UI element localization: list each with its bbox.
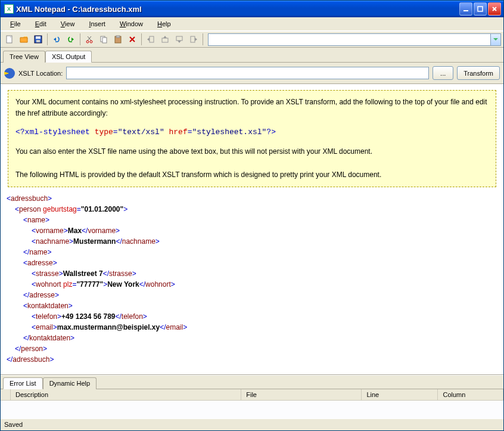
xslt-notice: Your XML document contains no xml-styles…: [8, 90, 496, 187]
notice-code: <?xml-stylesheet type="text/xsl" href="s…: [15, 126, 489, 139]
svg-rect-23: [162, 38, 168, 42]
tab-error-list[interactable]: Error List: [3, 377, 43, 389]
menu-view[interactable]: View: [55, 19, 81, 29]
nudge-down-icon[interactable]: [173, 33, 186, 46]
xslt-location-label: XSLT Location:: [18, 70, 63, 77]
separator: [141, 33, 142, 45]
svg-marker-29: [493, 38, 498, 41]
grid-col-icon[interactable]: [1, 389, 11, 400]
browse-button[interactable]: ...: [433, 66, 453, 80]
nudge-left-icon[interactable]: [144, 33, 157, 46]
svg-marker-26: [178, 41, 181, 43]
toolbar-combo[interactable]: [208, 33, 501, 46]
toolbar: [1, 31, 503, 48]
svg-rect-27: [191, 36, 195, 42]
notice-line-3: The following HTML is provided by the de…: [15, 169, 489, 181]
open-file-icon[interactable]: [17, 33, 30, 46]
svg-rect-25: [176, 36, 182, 41]
xslt-location-bar: XSLT Location: ... Transform: [1, 63, 503, 84]
svg-rect-18: [116, 36, 120, 38]
tab-dynamic-help[interactable]: Dynamic Help: [43, 377, 97, 389]
svg-rect-1: [478, 7, 483, 11]
redo-icon[interactable]: [64, 33, 77, 46]
xml-output: <adressbuch> <person geburtstag="01.01.2…: [4, 193, 500, 365]
svg-marker-9: [54, 38, 56, 41]
separator: [203, 33, 203, 45]
svg-point-14: [90, 41, 92, 43]
svg-rect-16: [102, 38, 107, 43]
separator: [80, 33, 80, 45]
tab-xsl-output[interactable]: XSL Output: [45, 51, 92, 63]
grid-col-column[interactable]: Column: [438, 389, 503, 400]
new-file-icon[interactable]: [3, 33, 16, 46]
close-button[interactable]: [488, 2, 501, 15]
paste-icon[interactable]: [111, 33, 125, 46]
menu-window[interactable]: Window: [114, 19, 149, 29]
copy-icon[interactable]: [97, 33, 110, 46]
grid-col-description[interactable]: Description: [11, 389, 241, 400]
minimize-button[interactable]: [459, 2, 472, 15]
separator: [47, 33, 48, 45]
menu-insert[interactable]: Insert: [83, 19, 111, 29]
transform-button[interactable]: Transform: [457, 66, 500, 80]
svg-rect-7: [36, 36, 41, 39]
svg-marker-24: [163, 36, 167, 38]
undo-icon[interactable]: [50, 33, 63, 46]
svg-marker-28: [195, 38, 197, 41]
delete-icon[interactable]: [126, 33, 139, 46]
status-bar: Saved: [1, 418, 503, 430]
window-buttons: [459, 2, 501, 15]
tab-tree-view[interactable]: Tree View: [3, 51, 45, 63]
chevron-down-icon[interactable]: [490, 34, 500, 45]
bottom-tabs: Error List Dynamic Help: [1, 375, 503, 389]
status-text: Saved: [4, 421, 23, 428]
view-tabs: Tree View XSL Output: [1, 48, 503, 63]
menu-edit[interactable]: Edit: [29, 19, 52, 29]
app-icon: X: [4, 4, 14, 14]
grid-col-line[interactable]: Line: [362, 389, 438, 400]
notice-line-1: Your XML document contains no xml-styles…: [15, 97, 489, 119]
nudge-up-icon[interactable]: [158, 33, 172, 46]
window-title: XML Notepad - C:\adressbuch.xml: [16, 5, 459, 14]
content-area[interactable]: Your XML document contains no xml-styles…: [1, 84, 503, 375]
menu-bar: File Edit View Insert Window Help: [1, 17, 503, 31]
title-bar: X XML Notepad - C:\adressbuch.xml: [1, 1, 503, 17]
svg-marker-22: [147, 38, 150, 41]
svg-rect-8: [36, 40, 40, 42]
error-list-grid: Description File Line Column: [1, 389, 503, 418]
notice-line-2: You can also enter the XSLT file name us…: [15, 146, 489, 157]
xslt-location-input[interactable]: [66, 67, 429, 79]
menu-file[interactable]: File: [4, 19, 27, 29]
cut-icon[interactable]: [83, 33, 96, 46]
svg-rect-21: [150, 36, 154, 42]
svg-point-13: [86, 41, 89, 43]
nudge-right-icon[interactable]: [187, 33, 200, 46]
grid-header: Description File Line Column: [1, 389, 503, 401]
menu-help[interactable]: Help: [151, 19, 177, 29]
maximize-button[interactable]: [474, 2, 487, 15]
grid-col-file[interactable]: File: [241, 389, 362, 400]
ie-icon: [4, 68, 15, 79]
svg-marker-10: [71, 38, 74, 41]
svg-rect-0: [463, 10, 468, 11]
save-icon[interactable]: [32, 33, 45, 46]
